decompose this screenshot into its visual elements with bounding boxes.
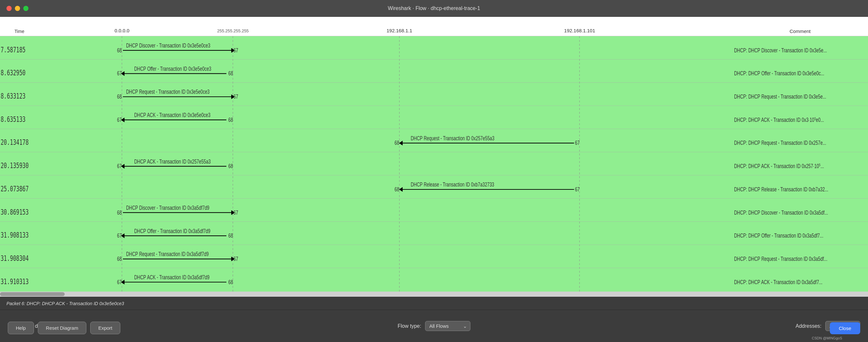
svg-text:DHCP: DHCP Offer   - Transacti: DHCP: DHCP Offer - Transaction ID 0x3e5e… (734, 70, 824, 76)
svg-text:20.135930: 20.135930 (1, 161, 29, 170)
svg-text:67: 67 (234, 255, 238, 262)
svg-text:DHCP: DHCP ACK     - Transacti: DHCP: DHCP ACK - Transaction ID 0x3·10⁵e… (734, 116, 824, 123)
node-0-label: 0.0.0.0 (115, 28, 129, 33)
reset-button[interactable]: Reset Diagram (38, 322, 86, 334)
svg-text:DHCP: DHCP ACK     - Transacti: DHCP: DHCP ACK - Transaction ID 0x257·10… (734, 163, 824, 169)
flow-type-select[interactable]: All Flows TCP Flows UDP Flows (425, 321, 470, 331)
controls-row: Limit to display filter Flow type: All F… (8, 310, 860, 342)
svg-text:8.635133: 8.635133 (1, 115, 26, 124)
svg-text:67: 67 (234, 209, 238, 216)
svg-text:8.632950: 8.632950 (1, 68, 26, 77)
svg-text:DHCP: DHCP Release - Transacti: DHCP: DHCP Release - Transaction ID 0xb7… (734, 186, 828, 192)
svg-text:67: 67 (575, 186, 580, 192)
svg-text:68: 68 (228, 163, 233, 169)
svg-text:67: 67 (575, 139, 580, 146)
svg-text:DHCP ACK     - Transaction ID : DHCP ACK - Transaction ID 0x3e5e0ce3 (134, 112, 211, 118)
title-bar: Wireshark · Flow · dhcp-ethereal-trace-1 (0, 0, 868, 17)
svg-text:DHCP: DHCP ACK     - Transacti: DHCP: DHCP ACK - Transaction ID 0x3a5df7… (734, 278, 823, 285)
window-title: Wireshark · Flow · dhcp-ethereal-trace-1 (388, 5, 480, 11)
svg-text:67: 67 (117, 232, 122, 239)
svg-text:DHCP Discover - Transaction ID: DHCP Discover - Transaction ID 0x3a5df7d… (126, 204, 209, 211)
addresses-label: Addresses: (796, 323, 822, 329)
svg-text:68: 68 (395, 186, 399, 192)
packet-info-bar: Packet 6: DHCP: DHCP ACK - Transaction I… (0, 297, 868, 310)
flow-type-area: Flow type: All Flows TCP Flows UDP Flows (398, 321, 470, 331)
main-content: Time 0.0.0.0 255.255.255.255 192.168.1.1… (0, 17, 868, 342)
svg-text:68: 68 (228, 278, 233, 285)
flow-svg: 7.587185 68 DHCP Discover - Transaction … (0, 36, 868, 291)
help-button[interactable]: Help (8, 322, 34, 334)
svg-text:68: 68 (228, 116, 233, 123)
flow-type-label: Flow type: (398, 323, 422, 329)
svg-text:67: 67 (117, 278, 122, 285)
svg-text:DHCP Request - Transaction ID : DHCP Request - Transaction ID 0x3e5e0ce3 (126, 88, 210, 95)
svg-text:31.910313: 31.910313 (1, 277, 29, 286)
time-column-header: Time (0, 29, 39, 35)
svg-text:68: 68 (117, 93, 122, 100)
svg-text:DHCP Request - Transaction ID : DHCP Request - Transaction ID 0x3a5df7d9 (126, 251, 209, 257)
svg-text:31.908133: 31.908133 (1, 230, 29, 240)
svg-text:67: 67 (117, 163, 122, 169)
bottom-controls: Limit to display filter Flow type: All F… (0, 310, 868, 342)
svg-text:DHCP: DHCP Request - Transacti: DHCP: DHCP Request - Transaction ID 0x3e… (734, 93, 826, 100)
svg-text:68: 68 (395, 139, 399, 146)
svg-text:DHCP: DHCP Discover - Transact: DHCP: DHCP Discover - Transaction ID 0x3… (734, 46, 827, 53)
svg-text:DHCP: DHCP Request - Transacti: DHCP: DHCP Request - Transaction ID 0x25… (734, 139, 826, 146)
svg-text:67: 67 (117, 70, 122, 76)
horizontal-scrollbar[interactable] (0, 291, 868, 297)
flow-rows-container[interactable]: 7.587185 68 DHCP Discover - Transaction … (0, 36, 868, 291)
svg-text:DHCP Offer   - Transaction ID : DHCP Offer - Transaction ID 0x3a5df7d9 (134, 227, 210, 234)
node-2-label: 192.168.1.101 (564, 28, 595, 33)
export-button[interactable]: Export (90, 322, 120, 334)
minimize-window-button[interactable] (15, 6, 20, 11)
svg-text:25.073867: 25.073867 (1, 184, 29, 193)
node-0-sublabel: 255.255.255.255 (217, 28, 249, 33)
svg-text:8.633123: 8.633123 (1, 91, 26, 100)
close-button[interactable]: Close (830, 322, 860, 334)
svg-text:DHCP: DHCP Offer   - Transacti: DHCP: DHCP Offer - Transaction ID 0x3a5d… (734, 232, 824, 239)
flow-header: Time 0.0.0.0 255.255.255.255 192.168.1.1… (0, 17, 868, 36)
flow-diagram-area: Time 0.0.0.0 255.255.255.255 192.168.1.1… (0, 17, 868, 297)
svg-text:68: 68 (117, 255, 122, 262)
svg-text:68: 68 (228, 70, 233, 76)
svg-text:30.869153: 30.869153 (1, 207, 29, 216)
comment-column-header: Comment (732, 28, 868, 35)
svg-text:31.908304: 31.908304 (1, 254, 29, 263)
svg-text:DHCP: DHCP Request - Transacti: DHCP: DHCP Request - Transaction ID 0x3a… (734, 255, 827, 262)
svg-text:DHCP: DHCP Discover - Transact: DHCP: DHCP Discover - Transaction ID 0x3… (734, 209, 828, 216)
svg-text:67: 67 (234, 46, 238, 53)
svg-text:DHCP Release - Transaction ID : DHCP Release - Transaction ID 0xb7a32733 (411, 181, 494, 188)
svg-text:68: 68 (117, 46, 122, 53)
svg-text:20.134178: 20.134178 (1, 138, 29, 147)
node-columns: 0.0.0.0 255.255.255.255 192.168.1.1 192.… (39, 17, 732, 35)
bottom-buttons: Help Reset Diagram Export (8, 322, 120, 334)
window-controls[interactable] (6, 6, 28, 11)
svg-text:DHCP Request - Transaction ID : DHCP Request - Transaction ID 0x257e55a3 (411, 134, 494, 141)
scrollbar-thumb[interactable] (0, 292, 65, 296)
watermark: CSDN @MINGgoS (812, 336, 842, 340)
maximize-window-button[interactable] (23, 6, 28, 11)
svg-text:DHCP ACK     - Transaction ID : DHCP ACK - Transaction ID 0x3a5df7d9 (134, 274, 210, 280)
svg-text:68: 68 (228, 232, 233, 239)
packet-info-text: Packet 6: DHCP: DHCP ACK - Transaction I… (6, 301, 124, 306)
svg-text:DHCP Discover - Transaction ID: DHCP Discover - Transaction ID 0x3e5e0ce… (126, 42, 210, 49)
node-1-label: 192.168.1.1 (386, 28, 412, 33)
svg-text:DHCP ACK     - Transaction ID : DHCP ACK - Transaction ID 0x257e55a3 (134, 158, 211, 164)
svg-text:DHCP Offer   - Transaction ID : DHCP Offer - Transaction ID 0x3e5e0ce3 (134, 65, 211, 72)
svg-text:68: 68 (117, 209, 122, 216)
svg-text:7.587185: 7.587185 (1, 45, 26, 54)
svg-text:67: 67 (117, 116, 122, 123)
close-window-button[interactable] (6, 6, 12, 11)
svg-text:67: 67 (234, 93, 238, 100)
flow-type-select-wrapper: All Flows TCP Flows UDP Flows (425, 321, 470, 331)
